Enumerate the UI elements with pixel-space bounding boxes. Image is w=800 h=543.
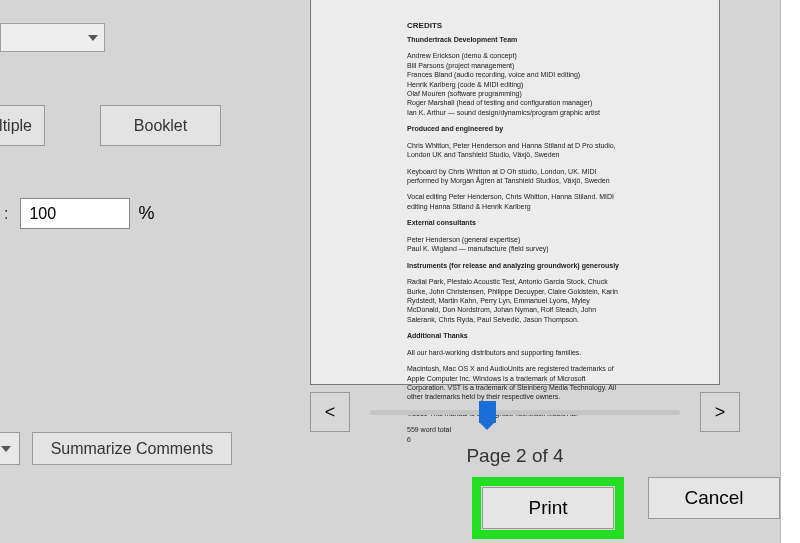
prev-page-button[interactable]: < <box>310 392 350 432</box>
slider-thumb[interactable] <box>479 401 496 423</box>
page-thumbnail: CREDITS Thundertrack Development Team An… <box>310 0 720 385</box>
slider-track <box>370 410 680 415</box>
doc-text: Andrew Erickson (demo & concept) Bill Pa… <box>407 51 623 117</box>
doc-text: Produced and engineered by <box>407 124 623 133</box>
doc-text: Keyboard by Chris Whitton at D Oh studio… <box>407 167 623 186</box>
doc-text: Chris Whitton, Peter Henderson and Hanna… <box>407 141 623 160</box>
print-button[interactable]: Print <box>482 487 614 529</box>
page-indicator: Page 2 of 4 <box>310 445 720 467</box>
doc-text: Instruments (for release and analyzing g… <box>407 261 623 270</box>
chevron-down-icon <box>1 446 11 452</box>
booklet-button[interactable]: Booklet <box>100 105 221 146</box>
options-dropdown[interactable] <box>0 23 105 52</box>
comment-mode-dropdown[interactable] <box>0 432 20 465</box>
print-preview: CREDITS Thundertrack Development Team An… <box>310 0 720 500</box>
chevron-down-icon <box>88 35 98 41</box>
scale-label: : <box>0 205 20 223</box>
page-slider[interactable] <box>370 397 680 427</box>
doc-title: CREDITS <box>407 21 623 32</box>
cancel-button[interactable]: Cancel <box>648 477 780 519</box>
next-page-button[interactable]: > <box>700 392 740 432</box>
doc-text: Vocal editing Peter Henderson, Chris Whi… <box>407 192 623 211</box>
multiple-button[interactable]: ultiple <box>0 105 45 146</box>
scale-input[interactable] <box>20 198 130 229</box>
summarize-comments-button[interactable]: Summarize Comments <box>32 432 232 465</box>
doc-text: All our hard-working distributors and su… <box>407 348 623 357</box>
doc-text: Peter Henderson (general expertise) Paul… <box>407 235 623 254</box>
doc-text: Additional Thanks <box>407 331 623 340</box>
doc-text: Thundertrack Development Team <box>407 35 623 44</box>
tutorial-highlight: Print <box>472 477 624 539</box>
doc-text: Radial Park, Plestalo Acoustic Test, Ant… <box>407 277 623 324</box>
doc-text: External consultants <box>407 218 623 227</box>
percent-symbol: % <box>138 203 154 224</box>
window-edge <box>780 0 800 543</box>
